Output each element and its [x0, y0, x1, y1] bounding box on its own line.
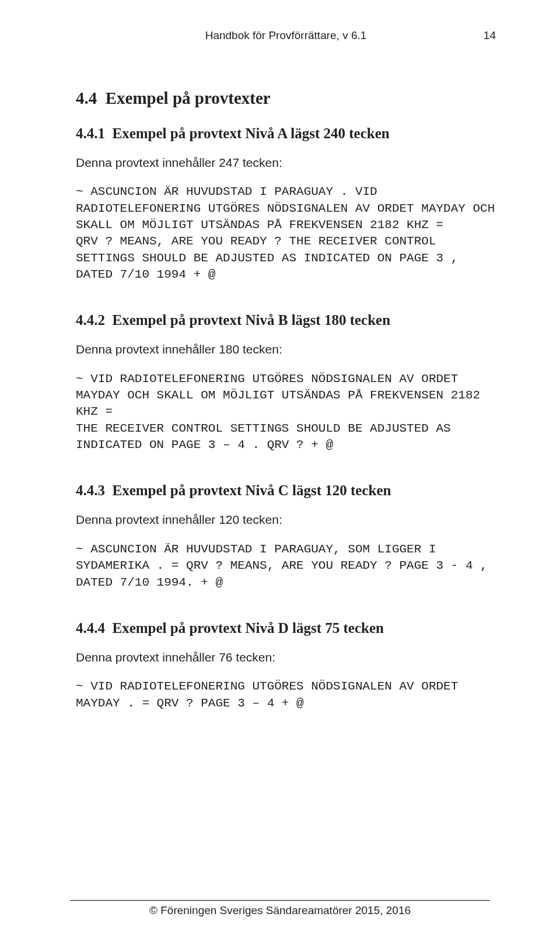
- subsection-intro: Denna provtext innehåller 76 tecken:: [76, 649, 496, 666]
- subsection-title: Exempel på provtext Nivå C lägst 120 tec…: [113, 482, 391, 498]
- section-title: Exempel på provtexter: [106, 89, 271, 107]
- page-number: 14: [484, 29, 496, 42]
- subsection-intro: Denna provtext innehåller 247 tecken:: [76, 155, 496, 171]
- subsection-heading: 4.4.4 Exempel på provtext Nivå D lägst 7…: [76, 620, 496, 636]
- sample-text: ~ VID RADIOTELEFONERING UTGÖRES NÖDSIGNA…: [76, 371, 496, 454]
- subsection-heading: 4.4.1 Exempel på provtext Nivå A lägst 2…: [76, 125, 496, 142]
- subsection-number: 4.4.4: [76, 620, 105, 636]
- subsection-title: Exempel på provtext Nivå B lägst 180 tec…: [113, 312, 391, 328]
- subsection-number: 4.4.1: [76, 125, 105, 141]
- subsection-intro: Denna provtext innehåller 180 tecken:: [76, 341, 496, 358]
- section-number: 4.4: [76, 89, 97, 107]
- subsection-title: Exempel på provtext Nivå A lägst 240 tec…: [113, 125, 390, 141]
- subsection-number: 4.4.2: [76, 312, 105, 328]
- subsection-number: 4.4.3: [76, 482, 105, 498]
- section-heading: 4.4 Exempel på provtexter: [76, 89, 496, 108]
- footer-rule: [70, 900, 490, 901]
- sample-text: ~ ASCUNCION ÄR HUVUDSTAD I PARAGUAY . VI…: [76, 184, 496, 283]
- subsection-heading: 4.4.2 Exempel på provtext Nivå B lägst 1…: [76, 312, 496, 328]
- running-title: Handbok för Provförrättare, v 6.1: [76, 29, 496, 42]
- subsection-intro: Denna provtext innehåller 120 tecken:: [76, 512, 496, 528]
- page-footer: © Föreningen Sveriges Sändareamatörer 20…: [0, 900, 560, 917]
- sample-text: ~ ASCUNCION ÄR HUVUDSTAD I PARAGUAY, SOM…: [76, 541, 496, 591]
- footer-text: © Föreningen Sveriges Sändareamatörer 20…: [0, 904, 560, 917]
- subsection-title: Exempel på provtext Nivå D lägst 75 teck…: [113, 620, 384, 636]
- sample-text: ~ VID RADIOTELEFONERING UTGÖRES NÖDSIGNA…: [76, 678, 496, 712]
- running-head: Handbok för Provförrättare, v 6.1 14: [76, 29, 496, 42]
- page: Handbok för Provförrättare, v 6.1 14 4.4…: [0, 0, 560, 945]
- subsection-heading: 4.4.3 Exempel på provtext Nivå C lägst 1…: [76, 482, 496, 499]
